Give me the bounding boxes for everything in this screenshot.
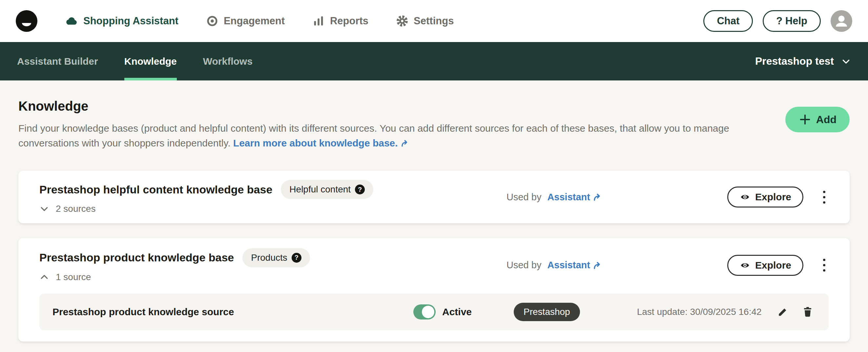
sources-count: 2 sources: [56, 204, 95, 214]
page-header: Knowledge Find your knowledge bases (pro…: [19, 99, 849, 150]
add-button-label: Add: [816, 114, 837, 126]
knowledge-base-card: Prestashop product knowledge base Produc…: [19, 238, 849, 342]
main-content: Knowledge Find your knowledge bases (pro…: [0, 81, 868, 342]
last-update: Last update: 30/09/2025 16:42: [637, 307, 762, 317]
toggle-status-label: Active: [442, 306, 472, 318]
explore-button[interactable]: Explore: [727, 186, 803, 207]
avatar[interactable]: [831, 10, 852, 32]
nav-reports[interactable]: Reports: [312, 15, 368, 27]
chevron-down-icon: [841, 57, 851, 66]
page-description: Find your knowledge bases (product and h…: [19, 121, 785, 150]
smile-logo: [16, 10, 37, 32]
project-selector[interactable]: Prestashop test: [755, 42, 851, 81]
subnav: Assistant Builder Knowledge Workflows Pr…: [0, 42, 868, 81]
assistant-link[interactable]: Assistant: [547, 260, 602, 270]
add-button[interactable]: Add: [785, 107, 849, 132]
chevron-down-icon: [39, 204, 49, 214]
knowledge-base-list: Prestashop helpful content knowledge bas…: [19, 171, 849, 342]
used-by: Used by Assistant: [506, 260, 602, 270]
external-arrow-icon: [593, 261, 602, 270]
trash-icon: [802, 306, 813, 318]
tab-workflows[interactable]: Workflows: [203, 42, 253, 81]
card-title: Prestashop helpful content knowledge bas…: [39, 183, 272, 196]
eye-icon: [739, 192, 750, 202]
kebab-menu-icon[interactable]: [820, 256, 829, 275]
provider-badge: Prestashop: [514, 303, 580, 321]
chat-button[interactable]: Chat: [703, 10, 753, 32]
pencil-icon: [777, 306, 788, 318]
tab-assistant-builder[interactable]: Assistant Builder: [17, 42, 98, 81]
type-badge: Helpful content ?: [281, 180, 373, 199]
question-icon[interactable]: ?: [291, 253, 302, 263]
external-arrow-icon: [593, 193, 602, 202]
target-icon: [206, 15, 218, 27]
topbar-right: Chat ? Help: [703, 10, 852, 32]
explore-button[interactable]: Explore: [727, 255, 803, 276]
nav-engagement[interactable]: Engagement: [206, 15, 285, 27]
nav-label: Settings: [414, 15, 454, 27]
nav-label: Reports: [330, 15, 368, 27]
source-name: Prestashop product knowledge source: [53, 306, 413, 318]
knowledge-source-row: Prestashop product knowledge source Acti…: [39, 294, 829, 330]
gear-icon: [396, 15, 408, 27]
bar-chart-icon: [312, 15, 325, 27]
type-badge: Products ?: [242, 248, 310, 267]
external-arrow-icon: [401, 139, 410, 147]
active-toggle[interactable]: [413, 304, 436, 320]
plus-icon: [799, 113, 812, 126]
sources-expander[interactable]: 1 source: [39, 272, 310, 283]
nav-settings[interactable]: Settings: [396, 15, 454, 27]
nav-label: Shopping Assistant: [83, 15, 179, 27]
top-navigation: Shopping Assistant Engagement Reports: [66, 15, 454, 27]
card-title: Prestashop product knowledge base: [39, 251, 234, 264]
tab-knowledge[interactable]: Knowledge: [124, 42, 177, 81]
question-icon[interactable]: ?: [355, 184, 365, 195]
assistant-link[interactable]: Assistant: [547, 192, 602, 203]
delete-button[interactable]: [800, 304, 815, 320]
learn-more-link[interactable]: Learn more about knowledge base.: [233, 138, 410, 148]
page-title: Knowledge: [19, 99, 785, 114]
nav-shopping-assistant[interactable]: Shopping Assistant: [66, 15, 179, 27]
edit-button[interactable]: [775, 304, 790, 320]
used-by: Used by Assistant: [506, 192, 602, 203]
nav-label: Engagement: [224, 15, 285, 27]
help-button[interactable]: ? Help: [763, 10, 821, 32]
sources-expander[interactable]: 2 sources: [39, 204, 373, 214]
cloud-icon: [66, 15, 78, 27]
subnav-tabs: Assistant Builder Knowledge Workflows: [17, 42, 253, 81]
project-name: Prestashop test: [755, 55, 834, 67]
eye-icon: [739, 260, 750, 270]
sources-count: 1 source: [56, 272, 91, 283]
knowledge-base-card: Prestashop helpful content knowledge bas…: [19, 171, 849, 223]
topbar: Shopping Assistant Engagement Reports: [0, 0, 868, 42]
kebab-menu-icon[interactable]: [820, 187, 829, 207]
chevron-up-icon: [39, 272, 49, 282]
